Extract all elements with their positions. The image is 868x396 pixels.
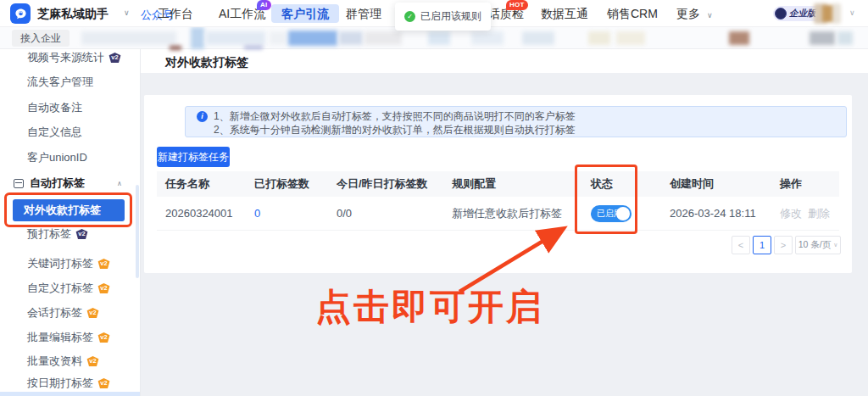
plan-name: 企业版 [789,8,816,20]
sidebar-item-auto-remark[interactable]: 自动改备注 [0,99,141,116]
pagination-next-button[interactable]: > [774,236,793,254]
blurred-block [616,31,645,45]
sidebar-item-union-id[interactable]: 客户unionID [0,149,141,166]
sidebar-item-label: 批量编辑标签 [27,330,93,345]
nav-item-more[interactable]: 更多 ∨ [676,0,712,27]
nav-item-sales-crm[interactable]: 销售CRM [607,0,658,27]
cell-task-name: 20260324001 [165,197,233,231]
blurred-block [339,31,363,45]
sidebar-item-label: 关键词打标签 [27,256,93,271]
nav-item-group-management[interactable]: 群管理 [346,0,381,27]
cell-tagged-count-link[interactable]: 0 [254,197,260,231]
v2-badge-icon: v2 [97,283,110,293]
cell-created-at: 2026-03-24 18:11 [670,197,756,231]
sidebar-item-label: 自定义打标签 [27,281,93,296]
app-logo[interactable] [10,3,31,24]
sidebar-item-custom-tagging[interactable]: 自定义打标签 v2 [0,280,141,297]
sidebar-item-churned-customers[interactable]: 流失客户管理 [0,74,141,91]
sidebar-item-keyword-tagging[interactable]: 关键词打标签 v2 [0,255,141,272]
pagination-prev-button[interactable]: < [732,236,750,254]
sidebar-item-label: 客户unionID [27,150,87,165]
table-row: 20260324001 0 0/0 新增任意收款后打标签 已启用 2026-03… [157,197,839,231]
banner-line-1: 1、新增企微对外收款后自动打标签，支持按照不同的商品说明打不同的客户标签 [214,109,576,124]
app-name: 芝麻私域助手 [37,7,108,22]
v2-badge-icon: v2 [86,356,99,366]
page-size-value: 10 条/页 [798,239,832,251]
sidebar-item-label: 自动改备注 [27,100,82,115]
sidebar-item-external-payment-tagging[interactable]: 对外收款打标签 [13,199,125,221]
blurred-block [288,31,337,46]
blurred-block [428,31,450,45]
col-task-name: 任务名称 [165,171,209,197]
sidebar-section-auto-tagging[interactable]: 自动打标签 ∧ [0,175,141,192]
content-card: i 1、新增企微对外收款后自动打标签，支持按照不同的商品说明打不同的客户标签 2… [144,95,852,273]
col-today-count: 今日/昨日打标签数 [337,171,428,197]
row-action-edit[interactable]: 修改 [780,197,802,231]
col-actions: 操作 [780,171,802,197]
blurred-block [588,31,610,45]
blurred-block [244,46,263,49]
blurred-block [270,31,287,45]
nav-item-customer-acquisition[interactable]: 客户引流 [271,4,339,23]
sidebar-item-label: 自定义信息 [27,125,82,140]
sidebar-item-video-source-stats[interactable]: 视频号来源统计 v2 [0,49,141,66]
nav-item-data-exchange[interactable]: 数据互通 [541,0,588,27]
sidebar-item-chat-tagging[interactable]: 会话打标签 v2 [0,304,141,321]
create-task-button[interactable]: 新建打标签任务 [157,147,230,167]
sidebar-item-label: 流失客户管理 [27,75,93,90]
cell-rule-config: 新增任意收款后打标签 [452,197,562,231]
toggle-knob-icon [616,207,630,220]
col-tagged-count: 已打标签数 [254,171,309,197]
blurred-block [170,46,181,50]
app-switch-chevron-icon[interactable]: ∨ [124,8,130,17]
account-chevron-icon[interactable]: ∨ [849,8,855,17]
sidebar-item-label: 会话打标签 [27,305,82,321]
pagination-page-1[interactable]: 1 [753,236,771,254]
hot-badge: HOT [506,0,528,10]
row-action-delete[interactable]: 删除 [808,197,830,231]
sidebar-item-custom-info[interactable]: 自定义信息 [0,124,141,141]
blurred-block [522,31,554,45]
col-status: 状态 [591,171,613,197]
status-toggle[interactable]: 已启用 [591,205,632,222]
blurred-block [837,31,853,45]
sidebar-item-pre-tagging[interactable]: 预打标签 v2 [0,226,141,243]
rule-enabled-toast: ✓ 已启用该规则 [395,3,491,31]
sidebar-scrollbar[interactable] [136,185,139,278]
page-title: 对外收款打标签 [165,55,248,70]
main-content: 对外收款打标签 i 1、新增企微对外收款后自动打标签，支持按照不同的商品说明打不… [141,49,868,396]
sidebar-item-label: 对外收款打标签 [24,203,101,218]
nav-item-workbench[interactable]: 工作台 [158,0,193,27]
collapse-chevron-icon[interactable]: ∧ [117,180,122,187]
access-enterprise-button[interactable]: 接入企业 [12,30,70,47]
v2-badge-icon: v2 [97,332,110,343]
col-created-at: 创建时间 [670,171,714,197]
avatar[interactable] [814,3,841,24]
sidebar: 视频号来源统计 v2 流失客户管理 自动改备注 自定义信息 客户unionID … [0,49,141,396]
v2-badge-icon: v2 [108,53,121,63]
cell-today-count: 0/0 [337,197,352,231]
blurred-block [191,27,204,49]
info-icon: i [197,111,208,122]
v2-badge-icon: v2 [97,378,110,388]
col-rule-config: 规则配置 [452,171,496,197]
v2-badge-icon: v2 [97,259,110,269]
pagination-page-size-select[interactable]: 10 条/页 ∨ [795,236,841,254]
info-banner: i 1、新增企微对外收款后自动打标签，支持按照不同的商品说明打不同的客户标签 2… [185,106,847,137]
more-chevron-icon: ∨ [707,11,713,20]
sidebar-item-batch-edit-tags[interactable]: 批量编辑标签 v2 [0,329,141,346]
table-header: 任务名称 已打标签数 今日/昨日打标签数 规则配置 状态 创建时间 操作 [157,171,839,197]
sidebar-partial-item [0,392,140,396]
sidebar-item-date-tagging[interactable]: 按日期打标签 v2 [0,375,141,392]
sidebar-item-batch-edit-profile[interactable]: 批量改资料 v2 [0,353,141,370]
blurred-block [810,31,835,45]
blurred-block [729,31,749,45]
annotation-text: 点击即可开启 [315,283,544,331]
success-check-icon: ✓ [404,11,415,22]
blurred-block [81,31,176,45]
ai-badge: AI [257,0,271,10]
toast-text: 已启用该规则 [420,9,481,24]
sidebar-item-label: 按日期打标签 [27,376,93,391]
sidebar-section-label: 自动打标签 [30,176,85,191]
blurred-block [471,31,504,45]
